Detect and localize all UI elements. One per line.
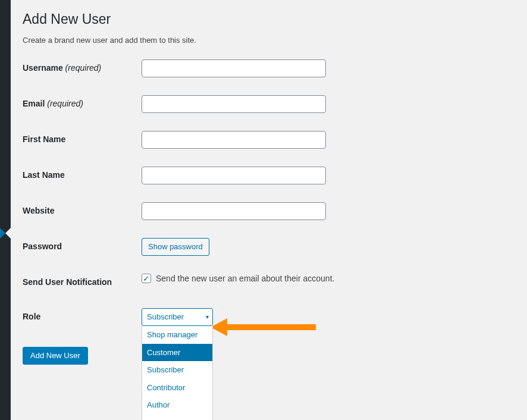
- role-option-shop-manager[interactable]: Shop manager: [142, 326, 212, 344]
- role-option-subscriber[interactable]: Subscriber: [142, 361, 212, 379]
- admin-sidebar: [0, 0, 11, 420]
- notification-label: Send User Notification: [23, 265, 142, 299]
- website-label: Website: [23, 193, 142, 229]
- role-option-customer[interactable]: Customer: [142, 344, 212, 362]
- last-name-input[interactable]: [142, 167, 326, 184]
- password-label: Password: [23, 229, 142, 265]
- notification-checkbox[interactable]: ✓: [142, 274, 151, 283]
- username-label: Username (required): [23, 51, 142, 86]
- email-label: Email (required): [23, 86, 142, 122]
- user-form-table: Username (required) Email (required) Fir…: [23, 51, 515, 335]
- first-name-input[interactable]: [142, 131, 326, 149]
- add-new-user-button[interactable]: Add New User: [23, 347, 88, 365]
- page-subtitle: Create a brand new user and add them to …: [23, 36, 515, 45]
- page-title: Add New User: [23, 6, 515, 27]
- last-name-label: Last Name: [23, 158, 142, 193]
- show-password-button[interactable]: Show password: [142, 238, 209, 256]
- role-label: Role: [23, 299, 142, 335]
- role-select[interactable]: Subscriber ▾: [142, 308, 213, 326]
- role-option-author[interactable]: Author: [142, 396, 212, 414]
- username-input[interactable]: [142, 59, 326, 77]
- role-dropdown: Shop managerCustomerSubscriberContributo…: [142, 326, 213, 420]
- notification-checkbox-label: Send the new user an email about their a…: [156, 274, 334, 283]
- sidebar-active-pointer: [0, 228, 5, 239]
- website-input[interactable]: [142, 202, 326, 220]
- email-input[interactable]: [142, 95, 326, 113]
- content-area: Add New User Create a brand new user and…: [11, 0, 527, 420]
- role-option-editor[interactable]: Editor: [142, 414, 212, 420]
- check-icon: ✓: [143, 274, 150, 283]
- chevron-down-icon: ▾: [206, 309, 209, 325]
- first-name-label: First Name: [23, 122, 142, 158]
- role-option-contributor[interactable]: Contributor: [142, 379, 212, 397]
